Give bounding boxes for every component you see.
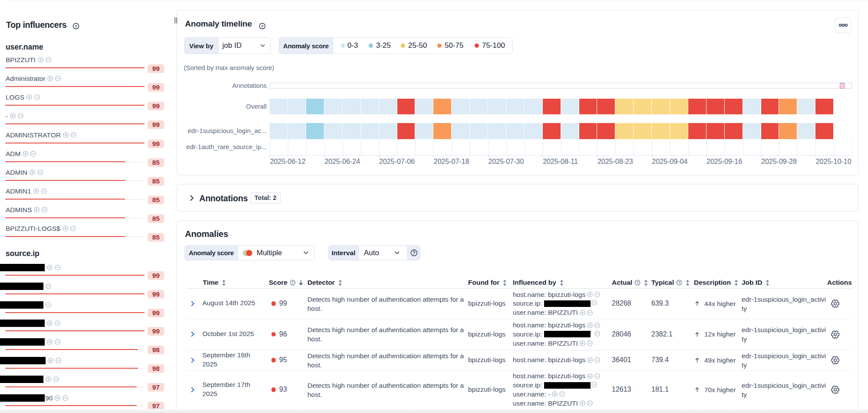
svg-text:?: ?	[678, 280, 680, 285]
svg-text:?: ?	[413, 250, 415, 255]
svg-text:?: ?	[291, 280, 294, 285]
svg-text:?: ?	[75, 24, 77, 29]
svg-text:?: ?	[261, 24, 264, 29]
svg-text:?: ?	[637, 280, 639, 285]
